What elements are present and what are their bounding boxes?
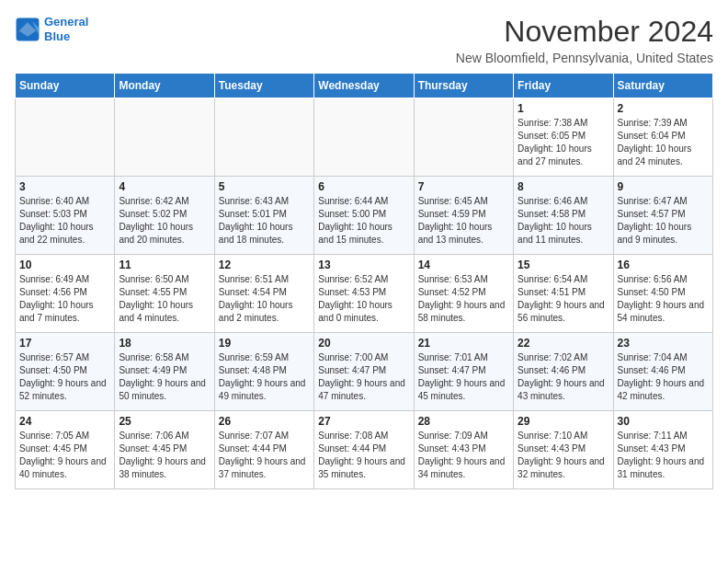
day-number: 19	[219, 337, 310, 350]
day-cell	[314, 98, 414, 177]
header-row: SundayMondayTuesdayWednesdayThursdayFrid…	[16, 74, 713, 98]
week-row-4: 17Sunrise: 6:57 AMSunset: 4:50 PMDayligh…	[16, 333, 713, 411]
col-header-sunday: Sunday	[16, 74, 115, 98]
day-number: 22	[518, 337, 609, 350]
day-number: 10	[19, 259, 110, 271]
day-detail: Sunrise: 7:38 AMSunset: 6:05 PMDaylight:…	[518, 117, 609, 168]
page-header: General Blue November 2024 New Bloomfiel…	[15, 15, 713, 65]
day-number: 18	[119, 337, 210, 350]
day-detail: Sunrise: 6:49 AMSunset: 4:56 PMDaylight:…	[19, 273, 110, 325]
title-block: November 2024 New Bloomfield, Pennsylvan…	[456, 15, 713, 65]
day-detail: Sunrise: 7:09 AMSunset: 4:43 PMDaylight:…	[418, 430, 509, 481]
day-detail: Sunrise: 7:00 AMSunset: 4:47 PMDaylight:…	[318, 351, 409, 403]
day-number: 21	[418, 337, 509, 350]
day-cell: 2Sunrise: 7:39 AMSunset: 6:04 PMDaylight…	[613, 98, 712, 177]
month-title: November 2024	[456, 15, 713, 49]
day-cell: 9Sunrise: 6:47 AMSunset: 4:57 PMDaylight…	[613, 177, 712, 255]
day-cell: 8Sunrise: 6:46 AMSunset: 4:58 PMDaylight…	[514, 177, 613, 255]
col-header-monday: Monday	[115, 74, 214, 98]
day-cell: 4Sunrise: 6:42 AMSunset: 5:02 PMDaylight…	[115, 177, 214, 255]
logo-text: General Blue	[44, 15, 88, 43]
day-number: 17	[19, 337, 110, 350]
day-number: 8	[518, 180, 609, 193]
day-number: 28	[418, 415, 509, 428]
day-number: 13	[318, 259, 409, 271]
day-number: 16	[618, 259, 709, 271]
day-detail: Sunrise: 6:56 AMSunset: 4:50 PMDaylight:…	[618, 273, 709, 325]
day-detail: Sunrise: 7:05 AMSunset: 4:45 PMDaylight:…	[19, 430, 110, 481]
day-detail: Sunrise: 7:06 AMSunset: 4:45 PMDaylight:…	[119, 430, 210, 481]
day-number: 1	[518, 102, 609, 115]
day-cell	[16, 98, 115, 177]
day-cell: 10Sunrise: 6:49 AMSunset: 4:56 PMDayligh…	[16, 255, 115, 333]
day-cell: 16Sunrise: 6:56 AMSunset: 4:50 PMDayligh…	[613, 255, 712, 333]
day-detail: Sunrise: 7:39 AMSunset: 6:04 PMDaylight:…	[618, 117, 709, 168]
day-detail: Sunrise: 7:11 AMSunset: 4:43 PMDaylight:…	[618, 430, 709, 481]
day-detail: Sunrise: 6:57 AMSunset: 4:50 PMDaylight:…	[19, 351, 110, 403]
day-number: 2	[618, 102, 709, 115]
day-cell: 26Sunrise: 7:07 AMSunset: 4:44 PMDayligh…	[214, 411, 313, 489]
day-detail: Sunrise: 6:45 AMSunset: 4:59 PMDaylight:…	[418, 195, 509, 247]
day-detail: Sunrise: 6:43 AMSunset: 5:01 PMDaylight:…	[219, 195, 310, 247]
logo-line2: Blue	[44, 29, 88, 44]
day-number: 27	[318, 415, 409, 428]
day-cell: 30Sunrise: 7:11 AMSunset: 4:43 PMDayligh…	[613, 411, 712, 489]
day-cell: 25Sunrise: 7:06 AMSunset: 4:45 PMDayligh…	[115, 411, 214, 489]
day-number: 26	[219, 415, 310, 428]
day-cell: 20Sunrise: 7:00 AMSunset: 4:47 PMDayligh…	[314, 333, 414, 411]
day-number: 7	[418, 180, 509, 193]
week-row-1: 1Sunrise: 7:38 AMSunset: 6:05 PMDaylight…	[16, 98, 713, 177]
day-detail: Sunrise: 7:01 AMSunset: 4:47 PMDaylight:…	[418, 351, 509, 403]
day-cell: 6Sunrise: 6:44 AMSunset: 5:00 PMDaylight…	[314, 177, 414, 255]
week-row-5: 24Sunrise: 7:05 AMSunset: 4:45 PMDayligh…	[16, 411, 713, 489]
day-number: 3	[19, 180, 110, 193]
day-number: 24	[19, 415, 110, 428]
day-detail: Sunrise: 6:50 AMSunset: 4:55 PMDaylight:…	[119, 273, 210, 325]
day-detail: Sunrise: 6:42 AMSunset: 5:02 PMDaylight:…	[119, 195, 210, 247]
day-number: 4	[119, 180, 210, 193]
day-detail: Sunrise: 7:04 AMSunset: 4:46 PMDaylight:…	[618, 351, 709, 403]
day-detail: Sunrise: 6:46 AMSunset: 4:58 PMDaylight:…	[518, 195, 609, 247]
day-number: 30	[618, 415, 709, 428]
col-header-tuesday: Tuesday	[214, 74, 313, 98]
day-number: 20	[318, 337, 409, 350]
day-cell: 1Sunrise: 7:38 AMSunset: 6:05 PMDaylight…	[514, 98, 613, 177]
day-detail: Sunrise: 7:10 AMSunset: 4:43 PMDaylight:…	[518, 430, 609, 481]
day-cell: 5Sunrise: 6:43 AMSunset: 5:01 PMDaylight…	[214, 177, 313, 255]
day-detail: Sunrise: 6:54 AMSunset: 4:51 PMDaylight:…	[518, 273, 609, 325]
day-cell: 21Sunrise: 7:01 AMSunset: 4:47 PMDayligh…	[414, 333, 513, 411]
day-number: 23	[618, 337, 709, 350]
day-cell: 27Sunrise: 7:08 AMSunset: 4:44 PMDayligh…	[314, 411, 414, 489]
day-number: 5	[219, 180, 310, 193]
week-row-2: 3Sunrise: 6:40 AMSunset: 5:03 PMDaylight…	[16, 177, 713, 255]
col-header-saturday: Saturday	[613, 74, 712, 98]
day-cell: 15Sunrise: 6:54 AMSunset: 4:51 PMDayligh…	[514, 255, 613, 333]
day-number: 6	[318, 180, 409, 193]
day-number: 15	[518, 259, 609, 271]
week-row-3: 10Sunrise: 6:49 AMSunset: 4:56 PMDayligh…	[16, 255, 713, 333]
day-detail: Sunrise: 6:51 AMSunset: 4:54 PMDaylight:…	[219, 273, 310, 325]
day-cell: 23Sunrise: 7:04 AMSunset: 4:46 PMDayligh…	[613, 333, 712, 411]
day-detail: Sunrise: 6:59 AMSunset: 4:48 PMDaylight:…	[219, 351, 310, 403]
day-cell: 14Sunrise: 6:53 AMSunset: 4:52 PMDayligh…	[414, 255, 513, 333]
day-cell: 13Sunrise: 6:52 AMSunset: 4:53 PMDayligh…	[314, 255, 414, 333]
logo-line1: General	[44, 15, 88, 29]
day-cell: 22Sunrise: 7:02 AMSunset: 4:46 PMDayligh…	[514, 333, 613, 411]
calendar-body: 1Sunrise: 7:38 AMSunset: 6:05 PMDaylight…	[16, 98, 713, 489]
day-detail: Sunrise: 6:47 AMSunset: 4:57 PMDaylight:…	[618, 195, 709, 247]
day-detail: Sunrise: 6:44 AMSunset: 5:00 PMDaylight:…	[318, 195, 409, 247]
location: New Bloomfield, Pennsylvania, United Sta…	[456, 51, 713, 65]
day-cell: 17Sunrise: 6:57 AMSunset: 4:50 PMDayligh…	[16, 333, 115, 411]
day-detail: Sunrise: 6:52 AMSunset: 4:53 PMDaylight:…	[318, 273, 409, 325]
day-cell	[414, 98, 513, 177]
logo-icon	[15, 17, 40, 42]
day-detail: Sunrise: 7:08 AMSunset: 4:44 PMDaylight:…	[318, 430, 409, 481]
calendar-table: SundayMondayTuesdayWednesdayThursdayFrid…	[15, 73, 713, 489]
day-cell: 3Sunrise: 6:40 AMSunset: 5:03 PMDaylight…	[16, 177, 115, 255]
day-cell	[115, 98, 214, 177]
col-header-friday: Friday	[514, 74, 613, 98]
logo: General Blue	[15, 15, 88, 43]
day-cell: 19Sunrise: 6:59 AMSunset: 4:48 PMDayligh…	[214, 333, 313, 411]
calendar-header: SundayMondayTuesdayWednesdayThursdayFrid…	[16, 74, 713, 98]
day-detail: Sunrise: 6:40 AMSunset: 5:03 PMDaylight:…	[19, 195, 110, 247]
